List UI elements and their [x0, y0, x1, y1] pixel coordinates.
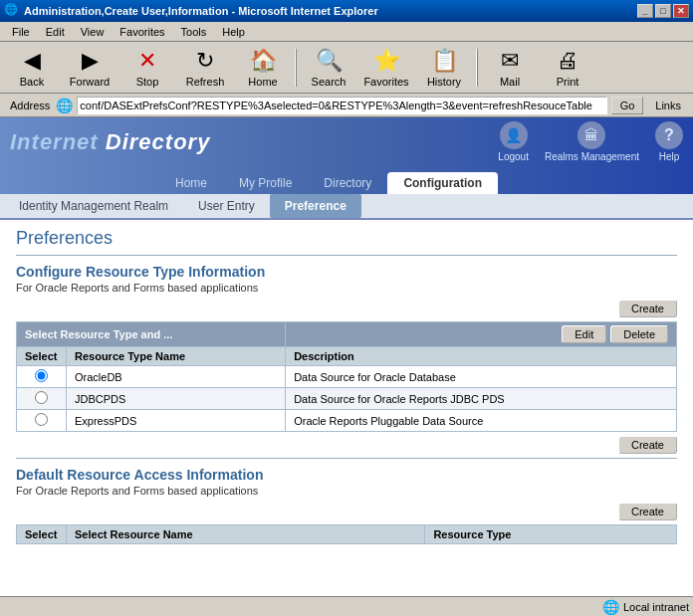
menu-bar: File Edit View Favorites Tools Help	[0, 22, 693, 42]
section2-table: Select Select Resource Name Resource Typ…	[16, 524, 677, 544]
close-btn[interactable]: ✕	[673, 4, 689, 18]
forward-icon: ▶	[82, 48, 99, 74]
subnav-preference[interactable]: Preference	[270, 194, 361, 218]
refresh-icon: ↻	[196, 48, 214, 74]
status-right: 🌐 Local intranet	[602, 599, 689, 615]
table-header-actions: Edit Delete	[286, 322, 677, 347]
home-label: Home	[248, 76, 277, 88]
window-controls[interactable]: _ □ ✕	[637, 4, 689, 18]
id-logo: Internet Directory	[10, 129, 210, 155]
print-button[interactable]: 🖨 Print	[540, 45, 595, 91]
nav-tabs: Home My Profile Directory Configuration	[0, 166, 693, 194]
section2-actions-top: Create	[16, 503, 677, 520]
history-label: History	[427, 76, 461, 88]
id-logo-text: Directory	[106, 129, 211, 154]
id-top-icons: 👤 Logout 🏛 Realms Management ? Help	[498, 121, 683, 162]
back-label: Back	[20, 76, 44, 88]
col-headers: Select Resource Type Name Description	[17, 347, 677, 366]
radio-oracledb[interactable]	[17, 366, 67, 388]
desc-expresspds: Oracle Reports Pluggable Data Source	[286, 410, 677, 432]
menu-view[interactable]: View	[73, 24, 113, 40]
stop-button[interactable]: ✕ Stop	[119, 45, 175, 91]
menu-favorites[interactable]: Favorites	[112, 24, 172, 40]
table-row: OracleDB Data Source for Oracle Database	[17, 366, 677, 388]
subnav-identity[interactable]: Identity Management Realm	[4, 194, 183, 218]
search-label: Search	[312, 76, 346, 88]
divider-1	[16, 255, 677, 256]
status-text: Local intranet	[623, 601, 689, 613]
edit-button[interactable]: Edit	[562, 325, 606, 343]
realms-link[interactable]: 🏛 Realms Management	[545, 121, 639, 162]
history-button[interactable]: 📋 History	[416, 45, 472, 91]
maximize-btn[interactable]: □	[655, 4, 671, 18]
tab-configuration[interactable]: Configuration	[387, 172, 498, 194]
toolbar: ◀ Back ▶ Forward ✕ Stop ↻ Refresh 🏠 Home…	[0, 42, 693, 94]
name-oracledb: OracleDB	[67, 366, 286, 388]
refresh-button[interactable]: ↻ Refresh	[177, 45, 233, 91]
search-button[interactable]: 🔍 Search	[301, 45, 356, 91]
section2-title: Default Resource Access Information	[16, 467, 677, 483]
table-row: JDBCPDS Data Source for Oracle Reports J…	[17, 388, 677, 410]
delete-button[interactable]: Delete	[610, 325, 668, 343]
status-bar: 🌐 Local intranet	[0, 596, 693, 616]
toolbar-separator-2	[476, 49, 478, 87]
links-button[interactable]: Links	[647, 99, 689, 112]
table-actions-bottom: Create	[16, 436, 677, 454]
tab-myprofile[interactable]: My Profile	[223, 172, 308, 194]
create-button-section2[interactable]: Create	[618, 503, 677, 520]
col-select: Select	[17, 347, 67, 366]
menu-tools[interactable]: Tools	[173, 24, 215, 40]
menu-edit[interactable]: Edit	[38, 24, 73, 40]
col-name: Resource Type Name	[67, 347, 286, 366]
main-area: Internet Directory 👤 Logout 🏛 Realms Man…	[0, 117, 693, 596]
col-resource-name: Select Resource Name	[67, 525, 425, 544]
logout-link[interactable]: 👤 Logout	[498, 121, 529, 162]
table-header: Select Resource Type and ... Edit Delete	[17, 322, 677, 347]
tab-home[interactable]: Home	[159, 172, 223, 194]
forward-label: Forward	[70, 76, 110, 88]
stop-label: Stop	[136, 76, 159, 88]
section2-col-headers: Select Select Resource Name Resource Typ…	[17, 525, 677, 544]
search-icon: 🔍	[316, 48, 343, 74]
print-label: Print	[557, 76, 579, 88]
back-icon: ◀	[24, 48, 41, 74]
sub-nav: Identity Management Realm User Entry Pre…	[0, 194, 693, 220]
realms-icon: 🏛	[578, 121, 605, 149]
help-icon: ?	[655, 121, 683, 149]
section2-desc: For Oracle Reports and Forms based appli…	[16, 485, 677, 497]
logout-label: Logout	[498, 151, 529, 162]
minimize-btn[interactable]: _	[637, 4, 653, 18]
radio-expresspds[interactable]	[17, 410, 67, 432]
name-expresspds: ExpressPDS	[67, 410, 286, 432]
section1-desc: For Oracle Reports and Forms based appli…	[16, 282, 677, 294]
create-button-bottom[interactable]: Create	[618, 436, 677, 454]
refresh-label: Refresh	[186, 76, 225, 88]
create-button-top[interactable]: Create	[618, 300, 677, 317]
logout-icon: 👤	[500, 121, 528, 149]
mail-icon: ✉	[501, 48, 519, 74]
go-button[interactable]: Go	[611, 97, 644, 114]
tab-directory[interactable]: Directory	[308, 172, 387, 194]
stop-icon: ✕	[138, 48, 156, 74]
favorites-icon: ⭐	[373, 48, 400, 74]
menu-file[interactable]: File	[4, 24, 38, 40]
favorites-button[interactable]: ⭐ Favorites	[358, 45, 414, 91]
menu-help[interactable]: Help	[214, 24, 253, 40]
back-button[interactable]: ◀ Back	[4, 45, 60, 91]
section1-title: Configure Resource Type Information	[16, 264, 677, 280]
address-input[interactable]	[77, 97, 606, 114]
help-link[interactable]: ? Help	[655, 121, 683, 162]
window-title: Administration,Create User,Information -…	[24, 5, 637, 17]
address-icon: 🌐	[56, 98, 73, 113]
divider-2	[16, 458, 677, 459]
forward-button[interactable]: ▶ Forward	[62, 45, 117, 91]
mail-button[interactable]: ✉ Mail	[482, 45, 538, 91]
radio-jdbcpds[interactable]	[17, 388, 67, 410]
subnav-userentry[interactable]: User Entry	[183, 194, 270, 218]
id-header: Internet Directory 👤 Logout 🏛 Realms Man…	[0, 117, 693, 166]
col-select2: Select	[17, 525, 67, 544]
home-icon: 🏠	[250, 48, 277, 74]
name-jdbcpds: JDBCPDS	[67, 388, 286, 410]
mail-label: Mail	[500, 76, 520, 88]
home-button[interactable]: 🏠 Home	[235, 45, 291, 91]
